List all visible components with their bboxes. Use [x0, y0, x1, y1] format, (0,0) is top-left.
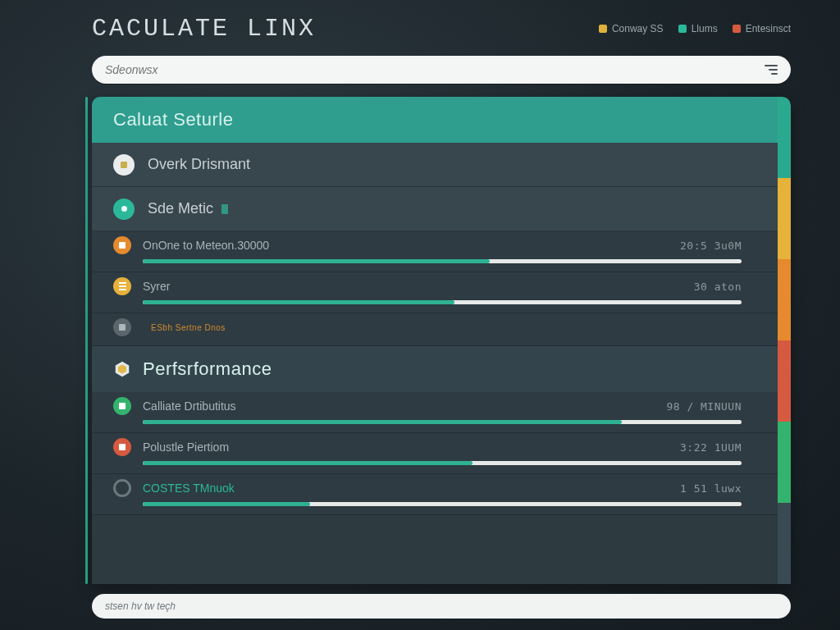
metric-value: 98 / MINUUN — [666, 400, 742, 413]
filter-icon[interactable] — [765, 65, 778, 75]
progress-fill — [143, 300, 454, 304]
header-legend: Conway SS Llums Entesinsct — [599, 23, 791, 34]
search-input[interactable] — [105, 63, 765, 76]
legend-item[interactable]: Conway SS — [599, 23, 664, 34]
metric-label: Calliate Drtibutitus — [143, 399, 236, 413]
legend-swatch-icon — [678, 25, 687, 33]
metric-row[interactable]: Calliate Drtibutitus98 / MINUUN — [92, 392, 778, 433]
main-panel: Caluat SeturleOverk DrismantSde MeticOnO… — [92, 97, 791, 584]
hexagon-icon — [113, 360, 131, 378]
edge-tab[interactable] — [778, 178, 791, 259]
legend-item[interactable]: Entesinsct — [733, 23, 791, 34]
metric-label: COSTES TMnuok — [143, 482, 235, 495]
metric-value: 1 51 luwx — [680, 482, 742, 495]
progress-fill — [143, 420, 622, 424]
status-text: stsen hv tw teçh — [105, 600, 176, 612]
metric-value: 30 aton — [694, 281, 742, 293]
list-row[interactable]: Overk Drismant — [92, 143, 778, 187]
section-title: Caluat Seturle — [113, 109, 233, 130]
legend-item[interactable]: Llums — [678, 23, 718, 34]
metric-row[interactable]: COSTES TMnuok1 51 luwx — [92, 474, 778, 515]
row-icon — [113, 318, 131, 336]
status-bar: stsen hv tw teçh — [92, 594, 791, 619]
metric-row[interactable]: ESbh Sertne Dnos — [92, 313, 778, 346]
row-icon — [113, 479, 131, 497]
progress-fill — [143, 461, 472, 465]
metric-row[interactable]: Syrer30 aton — [92, 272, 778, 313]
metric-label: OnOne to Meteon.30000 — [143, 239, 269, 252]
legend-swatch-icon — [733, 25, 741, 33]
badge-icon — [221, 204, 228, 214]
edge-tab[interactable] — [778, 340, 791, 422]
metric-row[interactable]: Polustle Piertiom3:22 1UUM — [92, 433, 778, 474]
color-edge-tabs — [778, 97, 791, 584]
progress-fill — [143, 502, 310, 506]
row-icon — [113, 154, 135, 176]
progress-track — [143, 461, 742, 465]
legend-label: Conway SS — [612, 23, 664, 34]
accent-rail — [85, 97, 88, 584]
edge-tab[interactable] — [778, 259, 791, 340]
metric-note: ESbh Sertne Dnos — [151, 323, 226, 332]
list-row[interactable]: Sde Metic — [92, 187, 778, 231]
row-label: Overk Drismant — [148, 156, 250, 173]
row-icon — [113, 236, 131, 254]
legend-label: Llums — [692, 23, 718, 34]
metric-value: 3:22 1UUM — [680, 441, 742, 454]
row-icon — [113, 397, 131, 415]
progress-track — [143, 502, 742, 506]
section-header[interactable]: Perfsrformance — [92, 346, 778, 392]
progress-track — [143, 420, 742, 424]
progress-track — [143, 259, 742, 263]
row-icon — [113, 199, 135, 220]
metric-value: 20:5 3u0M — [680, 240, 742, 252]
legend-label: Entesinsct — [746, 23, 791, 34]
progress-fill — [143, 259, 490, 263]
metric-label: Syrer — [143, 280, 170, 293]
legend-swatch-icon — [599, 25, 607, 33]
row-label: Sde Metic — [148, 200, 213, 217]
edge-tab[interactable] — [778, 422, 791, 503]
row-icon — [113, 438, 131, 456]
metric-row[interactable]: OnOne to Meteon.3000020:5 3u0M — [92, 231, 778, 272]
edge-tab[interactable] — [778, 97, 791, 178]
app-header: CACULATE LINX Conway SS Llums Entesinsct — [92, 15, 791, 43]
row-icon — [113, 277, 131, 295]
progress-track — [143, 300, 742, 304]
edge-tab[interactable] — [778, 503, 791, 584]
section-title: Perfsrformance — [143, 358, 272, 380]
metric-label: Polustle Piertiom — [143, 441, 229, 454]
app-title: CACULATE LINX — [92, 15, 316, 43]
search-bar[interactable] — [92, 56, 791, 84]
section-header[interactable]: Caluat Seturle — [92, 97, 778, 143]
panel-body: Caluat SeturleOverk DrismantSde MeticOnO… — [92, 97, 778, 584]
